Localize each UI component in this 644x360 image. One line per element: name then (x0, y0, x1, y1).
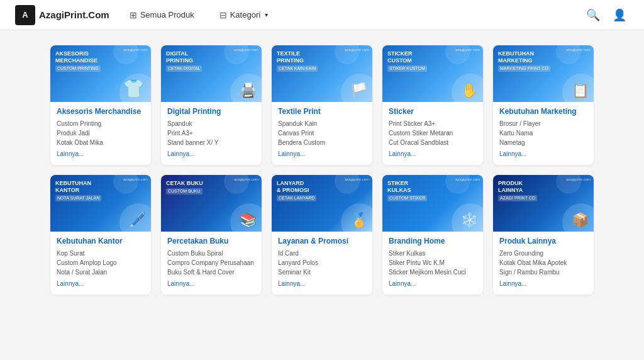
product-more-buku[interactable]: Lainnya... (167, 280, 194, 287)
product-image-digital: DIGITALPRINTING CETAK DIGITAL azagiprint… (161, 45, 262, 102)
product-sub-item: Nota / Surat Jalan (57, 267, 145, 277)
product-card-aksesoris[interactable]: AKSESORISMERCHANDISE CUSTOM PRINTING aza… (50, 45, 151, 165)
products-grid: AKSESORISMERCHANDISE CUSTOM PRINTING aza… (50, 45, 594, 295)
product-card-branding[interactable]: STIKERKULKAS CUSTOM STIKER azagiprint.co… (382, 175, 483, 295)
logo[interactable]: A AzagiPrint.Com (15, 5, 109, 25)
product-more-marketing[interactable]: Lainnya... (499, 150, 526, 157)
product-sub-item: Custom Amplop Logo (57, 258, 145, 267)
brand-corner: azagiprint.com (455, 48, 480, 52)
product-sub-item: Brosur / Flayer (499, 119, 587, 128)
product-sub-item: Nametag (499, 138, 587, 147)
product-sub-item: Kotak Obat Mika Apotek (499, 258, 587, 267)
product-sub-item: Custom Buku Spiral (167, 249, 255, 258)
product-image-aksesoris: AKSESORISMERCHANDISE CUSTOM PRINTING aza… (50, 45, 151, 102)
product-sub-item: Kotak Obat Mika (57, 138, 145, 147)
brand-corner: azagiprint.com (234, 177, 258, 181)
product-image-label-lanyard: LANYARD& PROMOSI CETAK LANYARD (277, 180, 336, 201)
product-card-lanyard[interactable]: LANYARD& PROMOSI CETAK LANYARD azagiprin… (272, 175, 372, 295)
product-more-aksesoris[interactable]: Lainnya... (57, 150, 84, 157)
product-sub-item: Sign / Rambu Rambu (499, 267, 587, 277)
product-title-kantor: Kebutuhan Kantor (57, 237, 145, 245)
product-info-branding: Branding Home Stiker KulkasStiker Pintu … (382, 232, 483, 295)
product-sub-item: Compro Company Perusahaan (167, 258, 255, 267)
product-title-digital: Digital Printing (167, 107, 255, 116)
user-button[interactable]: 👤 (610, 6, 629, 25)
product-sub-item: Stiker Kulkas (389, 249, 477, 258)
product-more-sticker[interactable]: Lainnya... (389, 150, 416, 157)
product-card-lainnya[interactable]: PRODUKLAINNYA AZAGI PRINT CO azagiprint.… (493, 175, 594, 295)
product-title-branding: Branding Home (389, 237, 477, 245)
product-info-aksesoris: Aksesoris Merchandise Custom PrintingPro… (50, 102, 151, 165)
product-card-digital[interactable]: DIGITALPRINTING CETAK DIGITAL azagiprint… (161, 45, 262, 165)
product-info-marketing: Kebutuhan Marketing Brosur / FlayerKartu… (493, 102, 594, 165)
category-label: Kategori (230, 10, 260, 20)
product-title-lainnya: Produk Lainnya (499, 237, 587, 245)
navbar: A AzagiPrint.Com ⊞ Semua Produk ⊟ Katego… (0, 0, 644, 30)
product-title-aksesoris: Aksesoris Merchandise (57, 107, 145, 116)
product-card-sticker[interactable]: STICKERCUSTOM STIKER KUSTOM azagiprint.c… (382, 45, 483, 165)
product-image-label-buku: CETAK BUKU CUSTOM BUKU (166, 180, 203, 194)
product-title-lanyard: Layanan & Promosi (278, 237, 366, 245)
product-image-kantor: KEBUTUHANKANTOR NOTA SURAT JALAN azagipr… (50, 175, 151, 232)
product-more-branding[interactable]: Lainnya... (389, 280, 416, 287)
product-sub-item: Buku Soft & Hard Cover (167, 267, 255, 277)
product-sub-item: Custom Stiker Metaran (389, 128, 477, 138)
product-card-buku[interactable]: CETAK BUKU CUSTOM BUKU azagiprint.com Pe… (161, 175, 262, 295)
chevron-down-icon: ▾ (265, 11, 268, 18)
product-sub-item: Zero Grounding (499, 249, 587, 258)
brand-corner: azagiprint.com (455, 177, 480, 181)
product-info-textile: Textile Print Spanduk KainCanvas PrintBe… (272, 102, 372, 165)
brand-corner: azagiprint.com (345, 177, 369, 181)
product-image-branding: STIKERKULKAS CUSTOM STIKER azagiprint.co… (382, 175, 483, 232)
product-sub-item: Id Card (278, 249, 366, 258)
grid-icon: ⊞ (130, 10, 137, 20)
product-sub-item: Spanduk Kain (278, 119, 366, 128)
product-more-kantor[interactable]: Lainnya... (57, 280, 84, 287)
product-sub-item: Spanduk (167, 119, 255, 128)
product-image-label-lainnya: PRODUKLAINNYA AZAGI PRINT CO (498, 180, 557, 201)
product-sub-item: Custom Printing (57, 119, 145, 128)
product-image-lanyard: LANYARD& PROMOSI CETAK LANYARD azagiprin… (272, 175, 372, 232)
product-more-lainnya[interactable]: Lainnya... (499, 280, 526, 287)
brand-corner: azagiprint.com (123, 48, 148, 52)
product-sub-item: Stiker Pintu Wc K.M (389, 258, 477, 267)
product-more-digital[interactable]: Lainnya... (167, 150, 194, 157)
brand-corner: azagiprint.com (566, 177, 591, 181)
product-info-buku: Percetakan Buku Custom Buku SpiralCompro… (161, 232, 262, 295)
logo-text: AzagiPrint.Com (39, 9, 109, 20)
product-sub-item: Kartu Nama (499, 128, 587, 138)
product-image-label-marketing: KEBUTUHANMARKETING MARKETING PRINT CO (498, 50, 557, 72)
all-products-label: Semua Produk (140, 10, 194, 20)
product-sub-item: Print Sticker A3+ (389, 119, 477, 128)
product-info-sticker: Sticker Print Sticker A3+Custom Stiker M… (382, 102, 483, 165)
product-card-kantor[interactable]: KEBUTUHANKANTOR NOTA SURAT JALAN azagipr… (50, 175, 151, 295)
search-button[interactable]: 🔍 (584, 6, 602, 25)
product-info-kantor: Kebutuhan Kantor Kop SuratCustom Amplop … (50, 232, 151, 295)
product-sub-item: Cut Oracal Sandblast (389, 138, 477, 147)
product-image-label-aksesoris: AKSESORISMERCHANDISE CUSTOM PRINTING (55, 50, 114, 72)
product-sub-item: Bendera Custom (278, 138, 366, 147)
product-sub-item: Stand banner X/ Y (167, 138, 255, 147)
nav-actions: 🔍 👤 (584, 6, 629, 25)
product-title-buku: Percetakan Buku (167, 237, 255, 245)
product-more-lanyard[interactable]: Lainnya... (278, 280, 305, 287)
product-image-label-sticker: STICKERCUSTOM STIKER KUSTOM (387, 50, 447, 72)
product-sub-item: Canvas Print (278, 128, 366, 138)
category-nav[interactable]: ⊟ Kategori ▾ (214, 8, 273, 23)
product-image-lainnya: PRODUKLAINNYA AZAGI PRINT CO azagiprint.… (493, 175, 594, 232)
product-image-label-kantor: KEBUTUHANKANTOR NOTA SURAT JALAN (55, 180, 114, 201)
product-info-lanyard: Layanan & Promosi Id CardLanyard PolosSe… (272, 232, 372, 295)
logo-icon: A (15, 5, 35, 25)
product-sub-item: Kop Surat (57, 249, 145, 258)
product-sub-item: Sticker Mejikom Mesin Cuci (389, 267, 477, 277)
product-sub-item: Print A3+ (167, 128, 255, 138)
product-more-textile[interactable]: Lainnya... (278, 150, 305, 157)
all-products-nav[interactable]: ⊞ Semua Produk (125, 8, 199, 23)
product-card-textile[interactable]: TEXTILEPRINTING CETAK KAIN KAIN azagipri… (272, 45, 372, 165)
product-title-textile: Textile Print (278, 107, 366, 116)
product-sub-item: Lanyard Polos (278, 258, 366, 267)
product-card-marketing[interactable]: KEBUTUHANMARKETING MARKETING PRINT CO az… (493, 45, 594, 165)
product-image-label-digital: DIGITALPRINTING CETAK DIGITAL (166, 50, 225, 72)
product-sub-item: Produk Jadi (57, 128, 145, 138)
product-image-buku: CETAK BUKU CUSTOM BUKU azagiprint.com (161, 175, 262, 232)
